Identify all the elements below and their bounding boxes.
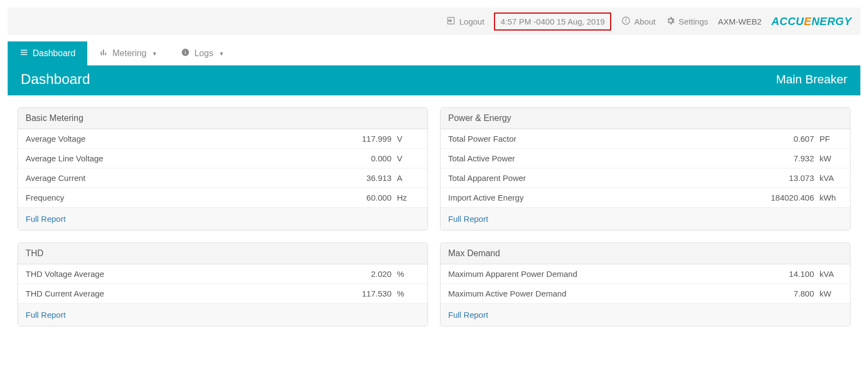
metric-value: 36.913 bbox=[342, 173, 397, 183]
full-report-link[interactable]: Full Report bbox=[26, 214, 65, 223]
metric-unit: kW bbox=[819, 154, 842, 163]
about-button[interactable]: About bbox=[621, 16, 655, 27]
table-row: Maximum Active Power Demand 7.800 kW bbox=[441, 284, 850, 304]
metric-unit: Hz bbox=[397, 193, 420, 202]
table-row: THD Voltage Average 2.020 % bbox=[18, 264, 427, 284]
logout-button[interactable]: Logout bbox=[446, 16, 484, 27]
full-report-link[interactable]: Full Report bbox=[26, 310, 65, 319]
panel-title: Basic Metering bbox=[18, 108, 427, 129]
location-label: Main Breaker bbox=[776, 72, 847, 87]
brand-logo: ACCUENERGY bbox=[771, 15, 852, 28]
metric-value: 13.073 bbox=[765, 173, 819, 183]
metric-label: THD Voltage Average bbox=[26, 269, 342, 279]
panel-title: Max Demand bbox=[441, 243, 850, 264]
tab-dashboard-label: Dashboard bbox=[33, 49, 75, 58]
metric-value: 0.000 bbox=[342, 154, 397, 163]
metric-label: Total Active Power bbox=[448, 154, 765, 163]
table-row: Total Active Power 7.932 kW bbox=[441, 149, 850, 168]
metric-label: Average Voltage bbox=[26, 134, 342, 143]
tab-logs-label: Logs bbox=[194, 49, 213, 58]
panel-basic-metering: Basic Metering Average Voltage 117.999 V… bbox=[17, 107, 428, 231]
metric-value: 2.020 bbox=[342, 269, 397, 279]
metric-value: 7.932 bbox=[765, 154, 819, 163]
page-title: Dashboard bbox=[21, 71, 90, 88]
table-row: Average Current 36.913 A bbox=[18, 168, 427, 188]
table-row: Maximum Apparent Power Demand 14.100 kVA bbox=[441, 264, 850, 284]
tab-metering-label: Metering bbox=[112, 49, 146, 58]
metric-label: Maximum Apparent Power Demand bbox=[448, 269, 765, 279]
logout-icon bbox=[446, 16, 456, 27]
table-row: Average Line Voltage 0.000 V bbox=[18, 149, 427, 168]
metric-value: 0.607 bbox=[765, 134, 819, 143]
nav-tabs: Dashboard Metering ▼ Logs ▼ bbox=[8, 35, 860, 65]
panel-footer: Full Report bbox=[18, 304, 427, 326]
tab-dashboard[interactable]: Dashboard bbox=[8, 41, 87, 65]
metric-value: 14.100 bbox=[765, 269, 819, 279]
datetime-display: 4:57 PM -0400 15 Aug, 2019 bbox=[494, 13, 611, 31]
chevron-down-icon: ▼ bbox=[219, 51, 224, 57]
info-icon bbox=[621, 16, 631, 27]
chevron-down-icon: ▼ bbox=[152, 51, 158, 57]
metric-value: 7.800 bbox=[765, 289, 819, 298]
metric-unit: kWh bbox=[819, 193, 842, 202]
info-circle-icon bbox=[181, 48, 190, 59]
metric-label: Import Active Energy bbox=[448, 193, 765, 202]
table-row: Total Apparent Power 13.073 kVA bbox=[441, 168, 850, 188]
dashboard-content: Basic Metering Average Voltage 117.999 V… bbox=[0, 95, 868, 343]
metric-unit: PF bbox=[819, 134, 842, 143]
about-label: About bbox=[634, 17, 655, 26]
panel-title: THD bbox=[18, 243, 427, 264]
metric-unit: A bbox=[397, 173, 420, 183]
metric-label: Frequency bbox=[26, 193, 342, 202]
full-report-link[interactable]: Full Report bbox=[448, 214, 488, 223]
panel-title: Power & Energy bbox=[441, 108, 850, 129]
metric-value: 117.999 bbox=[342, 134, 397, 143]
table-row: Frequency 60.000 Hz bbox=[18, 188, 427, 208]
device-name: AXM-WEB2 bbox=[718, 17, 762, 26]
gear-icon bbox=[666, 16, 676, 27]
metric-label: Total Power Factor bbox=[448, 134, 765, 143]
metric-unit: V bbox=[397, 154, 420, 163]
tab-logs[interactable]: Logs ▼ bbox=[169, 41, 236, 65]
panel-footer: Full Report bbox=[18, 208, 427, 230]
metric-value: 184020.406 bbox=[765, 193, 819, 202]
metric-label: Average Current bbox=[26, 173, 342, 183]
top-bar: Logout 4:57 PM -0400 15 Aug, 2019 About … bbox=[8, 8, 860, 35]
list-icon bbox=[20, 48, 28, 59]
table-row: Total Power Factor 0.607 PF bbox=[441, 129, 850, 149]
panel-thd: THD THD Voltage Average 2.020 % THD Curr… bbox=[17, 243, 428, 326]
panel-power-energy: Power & Energy Total Power Factor 0.607 … bbox=[440, 107, 851, 231]
metric-value: 117.530 bbox=[342, 289, 397, 298]
metric-unit: kVA bbox=[819, 269, 842, 279]
metric-label: Total Apparent Power bbox=[448, 173, 765, 183]
panel-footer: Full Report bbox=[441, 304, 850, 326]
panel-footer: Full Report bbox=[441, 208, 850, 230]
metric-unit: % bbox=[397, 269, 420, 279]
metric-value: 60.000 bbox=[342, 193, 397, 202]
metric-label: Maximum Active Power Demand bbox=[448, 289, 765, 298]
metric-label: THD Current Average bbox=[26, 289, 342, 298]
full-report-link[interactable]: Full Report bbox=[448, 310, 488, 319]
metric-unit: % bbox=[397, 289, 420, 298]
tab-metering[interactable]: Metering ▼ bbox=[87, 41, 169, 65]
bar-chart-icon bbox=[99, 48, 108, 59]
metric-label: Average Line Voltage bbox=[26, 154, 342, 163]
settings-button[interactable]: Settings bbox=[666, 16, 708, 27]
metric-unit: V bbox=[397, 134, 420, 143]
page-header: Dashboard Main Breaker bbox=[8, 65, 860, 95]
metric-unit: kVA bbox=[819, 173, 842, 183]
table-row: Import Active Energy 184020.406 kWh bbox=[441, 188, 850, 208]
table-row: THD Current Average 117.530 % bbox=[18, 284, 427, 304]
settings-label: Settings bbox=[679, 17, 708, 26]
table-row: Average Voltage 117.999 V bbox=[18, 129, 427, 149]
logout-label: Logout bbox=[459, 17, 484, 26]
metric-unit: kW bbox=[819, 289, 842, 298]
panel-max-demand: Max Demand Maximum Apparent Power Demand… bbox=[440, 243, 851, 326]
